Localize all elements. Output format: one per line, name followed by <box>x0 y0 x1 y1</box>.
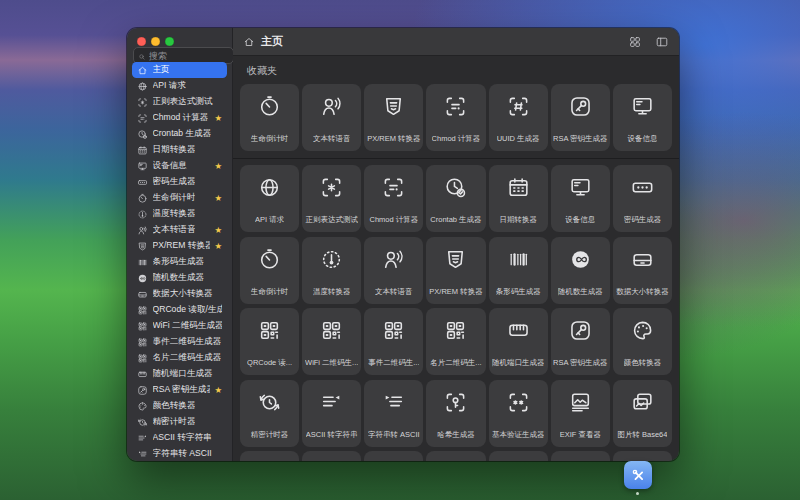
tool-tile[interactable]: 精密计时器 <box>240 380 299 447</box>
tool-tile[interactable]: 生命倒计时 <box>240 237 299 304</box>
tool-tile[interactable]: 正则表达式测试 <box>302 165 361 232</box>
sidebar-item-12[interactable]: 条形码生成器 <box>132 254 227 270</box>
qr-icon <box>137 353 148 364</box>
dock-app-icon[interactable] <box>624 461 652 489</box>
palette-icon <box>630 318 655 343</box>
exif-icon <box>568 390 593 415</box>
sidebar-item-6[interactable]: 设备信息★ <box>132 158 227 174</box>
wrench-screwdriver-icon <box>629 466 647 484</box>
sidebar-item-10[interactable]: 文本转语音★ <box>132 222 227 238</box>
tool-tile[interactable]: WiFi 二维码生... <box>302 308 361 375</box>
search-input[interactable] <box>149 51 229 61</box>
tool-tile[interactable]: 文本转语音 <box>302 84 361 151</box>
chmod-icon <box>443 94 468 119</box>
regex-icon <box>319 175 344 200</box>
stopwatch-icon <box>257 247 282 272</box>
sidebar-item-21[interactable]: 颜色转换器 <box>132 398 227 414</box>
qr-icon <box>137 305 148 316</box>
tool-tile[interactable]: 温度转换器 <box>302 237 361 304</box>
sidebar-item-4[interactable]: Crontab 生成器 <box>132 126 227 142</box>
sidebar-item-7[interactable]: 密码生成器 <box>132 174 227 190</box>
sidebar-item-18[interactable]: 名片二维码生成器 <box>132 350 227 366</box>
sidebar-item-24[interactable]: 字符串转 ASCII <box>132 446 227 461</box>
tool-tile[interactable]: 日期转换器 <box>489 165 548 232</box>
tool-tile[interactable]: 基本验证生成器 <box>489 380 548 447</box>
images-icon <box>630 390 655 415</box>
sidebar-item-15[interactable]: QRCode 读取/生成器 <box>132 302 227 318</box>
sidebar-item-3[interactable]: Chmod 计算器★ <box>132 110 227 126</box>
sidebar-item-2[interactable]: 正则表达式测试 <box>132 94 227 110</box>
tool-tile[interactable]: 随机端口生成器 <box>489 308 548 375</box>
tool-tile[interactable]: API 请求 <box>240 165 299 232</box>
tool-tile[interactable]: 密码生成器 <box>613 165 672 232</box>
sidebar-item-13[interactable]: 随机数生成器 <box>132 270 227 286</box>
sidebar-item-label: 数据大小转换器 <box>153 288 213 300</box>
tool-tile[interactable]: Crontab 生成器 <box>426 165 485 232</box>
sidebar-item-9[interactable]: 温度转换器 <box>132 206 227 222</box>
tool-tile[interactable]: Chmod 计算器 <box>426 84 485 151</box>
sidebar-item-1[interactable]: API 请求 <box>132 78 227 94</box>
basicauth-icon <box>506 390 531 415</box>
sidebar-item-20[interactable]: RSA 密钥生成器★ <box>132 382 227 398</box>
tool-tile[interactable] <box>426 451 485 461</box>
sidebar-item-5[interactable]: 日期转换器 <box>132 142 227 158</box>
sidebar-item-16[interactable]: WiFi 二维码生成器 <box>132 318 227 334</box>
qr-icon <box>319 318 344 343</box>
sidebar-item-label: ASCII 转字符串 <box>153 432 212 444</box>
tool-tile[interactable]: 名片二维码生... <box>426 308 485 375</box>
tool-tile[interactable]: 字符串转 ASCII <box>364 380 423 447</box>
minimize-button[interactable] <box>151 37 160 46</box>
globe-icon <box>257 175 282 200</box>
sidebar-item-14[interactable]: 数据大小转换器 <box>132 286 227 302</box>
tool-tile[interactable]: 条形码生成器 <box>489 237 548 304</box>
sidebar-item-19[interactable]: 随机端口生成器 <box>132 366 227 382</box>
tool-tile-label: 设备信息 <box>565 215 595 225</box>
drive-icon <box>137 289 148 300</box>
grid-view-button[interactable] <box>628 35 642 49</box>
sidebar-item-8[interactable]: 生命倒计时★ <box>132 190 227 206</box>
tool-tile[interactable]: 图片转 Base64 <box>613 380 672 447</box>
tool-tile[interactable]: Aa <box>551 451 610 461</box>
tool-tile[interactable]: 颜色转换器 <box>613 308 672 375</box>
tool-tile[interactable] <box>302 451 361 461</box>
sidebar-item-23[interactable]: ASCII 转字符串 <box>132 430 227 446</box>
tool-tile[interactable] <box>364 451 423 461</box>
tool-tile[interactable]: 哈希生成器 <box>426 380 485 447</box>
stopwatch-icon <box>137 193 148 204</box>
tool-tile[interactable]: UNi <box>489 451 548 461</box>
close-button[interactable] <box>137 37 146 46</box>
toggle-sidebar-button[interactable] <box>655 35 669 49</box>
tool-tile[interactable]: 随机数生成器 <box>551 237 610 304</box>
tool-tile[interactable]: 数据大小转换器 <box>613 237 672 304</box>
tool-tile-label: 文本转语音 <box>375 287 413 297</box>
tool-tile[interactable]: PX/REM 转换器 <box>364 84 423 151</box>
tool-tile[interactable]: 生命倒计时 <box>240 84 299 151</box>
tool-tile-label: RSA 密钥生成器 <box>553 358 608 368</box>
tool-tile-label: PX/REM 转换器 <box>429 287 482 297</box>
tool-tile[interactable] <box>613 451 672 461</box>
tool-tile-label: EXIF 查看器 <box>560 430 601 440</box>
sidebar-item-22[interactable]: 精密计时器 <box>132 414 227 430</box>
tool-tile[interactable]: 设备信息 <box>613 84 672 151</box>
sidebar-item-0[interactable]: 主页 <box>132 62 227 78</box>
palette-icon <box>137 401 148 412</box>
tool-tile-label: 随机数生成器 <box>558 287 603 297</box>
tool-tile[interactable]: UUID 生成器 <box>489 84 548 151</box>
sidebar-item-11[interactable]: PX/REM 转换器★ <box>132 238 227 254</box>
tool-tile[interactable]: RSA 密钥生成器 <box>551 84 610 151</box>
tool-tile[interactable]: RSA 密钥生成器 <box>551 308 610 375</box>
sidebar-item-label: RSA 密钥生成器 <box>153 384 210 396</box>
tool-tile[interactable] <box>240 451 299 461</box>
qr-icon <box>443 318 468 343</box>
sidebar-item-label: 日期转换器 <box>153 144 196 156</box>
zoom-button[interactable] <box>165 37 174 46</box>
tool-tile[interactable]: EXIF 查看器 <box>551 380 610 447</box>
tool-tile[interactable]: Chmod 计算器 <box>364 165 423 232</box>
tool-tile[interactable]: 事件二维码生... <box>364 308 423 375</box>
tool-tile[interactable]: QRCode 读... <box>240 308 299 375</box>
sidebar-item-17[interactable]: 事件二维码生成器 <box>132 334 227 350</box>
tool-tile[interactable]: ASCII 转字符串 <box>302 380 361 447</box>
tool-tile[interactable]: 设备信息 <box>551 165 610 232</box>
tool-tile[interactable]: PX/REM 转换器 <box>426 237 485 304</box>
tool-tile[interactable]: 文本转语音 <box>364 237 423 304</box>
